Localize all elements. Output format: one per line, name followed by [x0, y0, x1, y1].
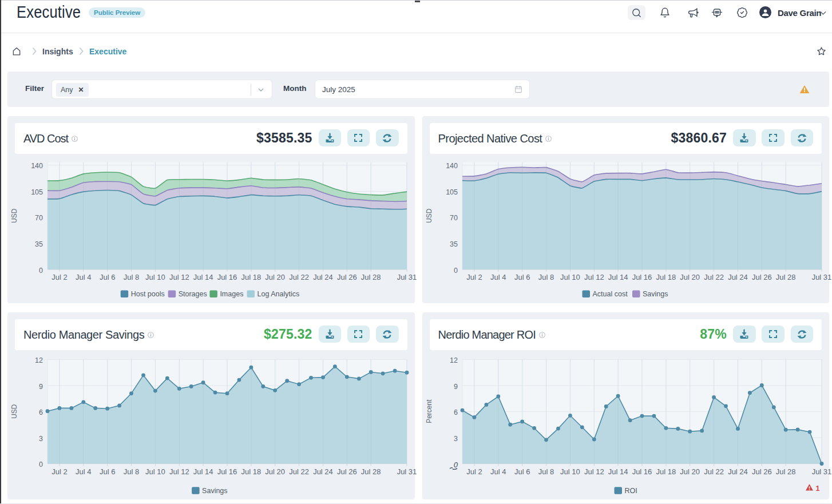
svg-text:Jul 22: Jul 22 [704, 467, 724, 475]
svg-text:Jul 22: Jul 22 [289, 467, 309, 475]
svg-text:Jul 16: Jul 16 [217, 467, 237, 475]
svg-text:Jul 28: Jul 28 [361, 467, 381, 475]
svg-text:USD: USD [10, 404, 18, 419]
svg-text:Log Analytics: Log Analytics [257, 290, 300, 298]
svg-text:6: 6 [454, 408, 458, 416]
svg-text:ROI: ROI [624, 487, 637, 495]
svg-text:USD: USD [425, 208, 433, 223]
svg-text:Jul 10: Jul 10 [145, 273, 165, 281]
svg-text:Jul 2: Jul 2 [466, 273, 482, 281]
svg-text:Jul 31: Jul 31 [811, 273, 831, 281]
svg-text:9: 9 [454, 382, 458, 390]
svg-text:Jul 10: Jul 10 [145, 467, 165, 475]
svg-text:Jul 14: Jul 14 [608, 467, 628, 475]
svg-text:Savings: Savings [202, 487, 227, 495]
svg-text:Jul 20: Jul 20 [265, 273, 285, 281]
svg-text:Jul 10: Jul 10 [560, 467, 580, 475]
svg-text:Jul 4: Jul 4 [490, 273, 506, 281]
svg-text:12: 12 [35, 356, 43, 364]
svg-text:Jul 12: Jul 12 [584, 273, 604, 281]
svg-text:Jul 8: Jul 8 [538, 273, 553, 281]
svg-text:Storages: Storages [179, 290, 207, 298]
svg-text:Jul 10: Jul 10 [560, 273, 580, 281]
svg-text:1: 1 [815, 484, 819, 492]
svg-text:Jul 14: Jul 14 [193, 273, 213, 281]
svg-text:Jul 24: Jul 24 [728, 273, 748, 281]
svg-text:140: 140 [446, 162, 458, 170]
svg-text:3: 3 [39, 434, 43, 442]
svg-text:Jul 20: Jul 20 [680, 467, 700, 475]
svg-text:70: 70 [35, 214, 43, 222]
svg-text:6: 6 [39, 408, 43, 416]
svg-text:Jul 18: Jul 18 [656, 273, 676, 281]
svg-text:Jul 12: Jul 12 [584, 467, 604, 475]
svg-text:Jul 26: Jul 26 [337, 467, 357, 475]
svg-text:Jul 12: Jul 12 [169, 467, 189, 475]
svg-text:Jul 16: Jul 16 [217, 273, 237, 281]
svg-text:Jul 22: Jul 22 [704, 273, 724, 281]
svg-text:Jul 6: Jul 6 [100, 467, 115, 475]
svg-text:Jul 20: Jul 20 [680, 273, 700, 281]
svg-text:Jul 14: Jul 14 [608, 273, 628, 281]
svg-text:Images: Images [220, 290, 243, 298]
svg-text:Jul 2: Jul 2 [466, 467, 482, 475]
svg-text:Jul 16: Jul 16 [632, 273, 652, 281]
svg-text:Jul 22: Jul 22 [289, 273, 309, 281]
svg-text:Jul 12: Jul 12 [169, 273, 189, 281]
svg-text:Jul 28: Jul 28 [775, 273, 795, 281]
svg-text:Actual cost: Actual cost [592, 290, 628, 298]
svg-text:Jul 26: Jul 26 [337, 273, 357, 281]
svg-text:Jul 31: Jul 31 [811, 467, 831, 475]
svg-text:Jul 24: Jul 24 [313, 467, 333, 475]
svg-text:105: 105 [446, 188, 458, 196]
svg-text:Host pools: Host pools [131, 290, 165, 298]
svg-text:105: 105 [31, 188, 43, 196]
svg-text:0: 0 [453, 460, 458, 469]
svg-text:0: 0 [39, 266, 43, 274]
svg-text:Jul 16: Jul 16 [632, 467, 652, 475]
svg-text:Jul 18: Jul 18 [241, 273, 262, 281]
svg-text:USD: USD [10, 208, 18, 223]
svg-text:Jul 28: Jul 28 [775, 467, 795, 475]
svg-text:12: 12 [450, 356, 458, 364]
svg-text:Jul 24: Jul 24 [313, 273, 333, 281]
svg-text:Jul 4: Jul 4 [76, 273, 91, 281]
svg-text:Jul 8: Jul 8 [124, 467, 139, 475]
svg-text:Jul 14: Jul 14 [193, 467, 213, 475]
svg-text:Jul 2: Jul 2 [51, 467, 67, 475]
svg-text:Jul 24: Jul 24 [728, 467, 748, 475]
svg-text:Jul 31: Jul 31 [397, 467, 417, 475]
svg-text:35: 35 [35, 240, 43, 248]
svg-text:Jul 26: Jul 26 [751, 273, 771, 281]
svg-text:Jul 8: Jul 8 [124, 273, 139, 281]
svg-text:Jul 20: Jul 20 [265, 467, 285, 475]
svg-text:3: 3 [454, 434, 458, 442]
svg-text:Jul 18: Jul 18 [656, 467, 676, 475]
svg-text:Jul 28: Jul 28 [361, 273, 381, 281]
svg-text:9: 9 [39, 382, 43, 390]
svg-text:Jul 26: Jul 26 [751, 467, 771, 475]
svg-text:Jul 2: Jul 2 [51, 273, 67, 281]
svg-text:Jul 6: Jul 6 [100, 273, 115, 281]
svg-text:Percent: Percent [425, 399, 433, 423]
svg-text:Jul 6: Jul 6 [514, 273, 529, 281]
svg-text:Jul 31: Jul 31 [397, 273, 417, 281]
svg-text:0: 0 [454, 266, 458, 274]
svg-text:0: 0 [39, 461, 43, 469]
svg-text:Jul 18: Jul 18 [241, 467, 262, 475]
svg-text:70: 70 [450, 214, 458, 222]
svg-text:35: 35 [450, 240, 458, 248]
svg-text:Jul 4: Jul 4 [490, 467, 506, 475]
svg-text:Jul 8: Jul 8 [538, 467, 553, 475]
svg-text:Jul 4: Jul 4 [76, 467, 91, 475]
svg-text:Jul 6: Jul 6 [514, 467, 529, 475]
svg-text:140: 140 [31, 162, 43, 170]
svg-text:Savings: Savings [643, 290, 668, 298]
